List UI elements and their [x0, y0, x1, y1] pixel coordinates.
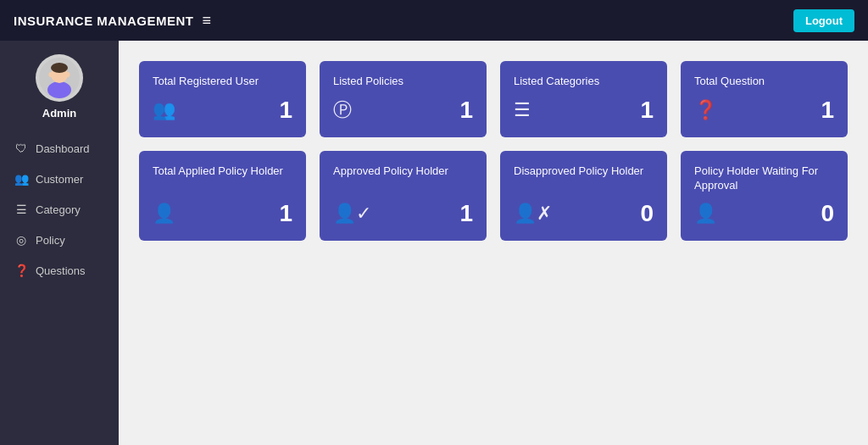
stat-card-icon-total-applied-policy-holder: 👤	[153, 203, 175, 225]
layout: Admin 🛡 Dashboard 👥 Customer ☰ Category …	[0, 41, 868, 445]
stat-card-policy-holder-waiting[interactable]: Policy Holder Waiting For Approval 👤 0	[681, 151, 848, 241]
stat-card-icon-total-registered-user: 👥	[153, 99, 175, 121]
avatar-wrapper: Admin	[36, 54, 83, 120]
sidebar-nav: 🛡 Dashboard 👥 Customer ☰ Category ◎ Poli…	[0, 133, 119, 286]
customer-icon: 👥	[14, 172, 29, 186]
questions-icon: ❓	[14, 264, 29, 277]
stats-row-2: Total Applied Policy Holder 👤 1 Approved…	[139, 151, 848, 241]
stat-card-disapproved-policy-holder[interactable]: Disapproved Policy Holder 👤✗ 0	[500, 151, 667, 241]
stat-card-icon-listed-policies: Ⓟ	[333, 97, 352, 123]
stat-card-icon-listed-categories: ☰	[514, 99, 531, 121]
sidebar-item-policy[interactable]: ◎ Policy	[0, 225, 119, 255]
stat-card-bottom-listed-policies: Ⓟ 1	[333, 97, 473, 124]
stat-card-total-question[interactable]: Total Question ❓ 1	[681, 61, 848, 137]
stat-card-listed-categories[interactable]: Listed Categories ☰ 1	[500, 61, 667, 137]
stat-card-total-applied-policy-holder[interactable]: Total Applied Policy Holder 👤 1	[139, 151, 306, 241]
admin-name: Admin	[42, 107, 76, 120]
stat-card-approved-policy-holder[interactable]: Approved Policy Holder 👤✓ 1	[320, 151, 487, 241]
stat-card-icon-total-question: ❓	[694, 99, 717, 121]
svg-point-4	[49, 72, 53, 77]
sidebar-item-dashboard[interactable]: 🛡 Dashboard	[0, 133, 119, 164]
stat-card-bottom-total-question: ❓ 1	[694, 97, 834, 124]
navbar: INSURANCE MANAGEMENT ≡ Logout	[0, 0, 868, 41]
stat-card-value-total-registered-user: 1	[279, 97, 292, 124]
sidebar-item-label-policy: Policy	[36, 234, 65, 247]
policy-icon: ◎	[14, 233, 29, 247]
stat-card-value-disapproved-policy-holder: 0	[640, 200, 654, 227]
sidebar-item-customer[interactable]: 👥 Customer	[0, 164, 119, 194]
stat-card-bottom-disapproved-policy-holder: 👤✗ 0	[514, 200, 654, 227]
stat-card-title-approved-policy-holder: Approved Policy Holder	[333, 164, 473, 179]
main-content: Total Registered User 👥 1 Listed Policie…	[119, 41, 868, 445]
stat-card-title-total-registered-user: Total Registered User	[153, 75, 292, 89]
stat-card-icon-disapproved-policy-holder: 👤✗	[514, 203, 552, 225]
logout-button[interactable]: Logout	[793, 9, 854, 32]
stat-card-title-total-question: Total Question	[694, 75, 834, 89]
stat-card-listed-policies[interactable]: Listed Policies Ⓟ 1	[320, 61, 487, 137]
stat-card-title-listed-categories: Listed Categories	[514, 75, 654, 89]
svg-point-3	[51, 63, 68, 73]
stat-card-title-listed-policies: Listed Policies	[333, 75, 473, 89]
dashboard-icon: 🛡	[14, 142, 29, 155]
sidebar-item-label-dashboard: Dashboard	[36, 142, 90, 155]
stat-card-title-policy-holder-waiting: Policy Holder Waiting For Approval	[694, 164, 834, 193]
stat-card-bottom-approved-policy-holder: 👤✓ 1	[333, 200, 473, 227]
svg-point-1	[47, 81, 71, 98]
sidebar-item-label-customer: Customer	[36, 173, 83, 186]
stat-card-value-total-applied-policy-holder: 1	[279, 200, 292, 227]
avatar	[36, 54, 83, 102]
stat-card-bottom-listed-categories: ☰ 1	[514, 97, 654, 124]
stat-card-value-listed-categories: 1	[640, 97, 654, 124]
app-title: INSURANCE MANAGEMENT	[14, 14, 194, 28]
stat-card-value-approved-policy-holder: 1	[459, 200, 473, 227]
stat-card-icon-approved-policy-holder: 👤✓	[333, 203, 371, 225]
sidebar-item-category[interactable]: ☰ Category	[0, 194, 119, 225]
stat-card-total-registered-user[interactable]: Total Registered User 👥 1	[139, 61, 306, 137]
hamburger-icon[interactable]: ≡	[203, 12, 212, 30]
category-icon: ☰	[14, 203, 29, 216]
stat-card-value-policy-holder-waiting: 0	[821, 200, 834, 227]
stat-card-icon-policy-holder-waiting: 👤	[694, 203, 717, 225]
sidebar-item-questions[interactable]: ❓ Questions	[0, 255, 119, 286]
stat-card-title-disapproved-policy-holder: Disapproved Policy Holder	[514, 164, 654, 179]
stat-card-bottom-total-applied-policy-holder: 👤 1	[153, 200, 292, 227]
stat-card-value-total-question: 1	[821, 97, 834, 124]
stats-row-1: Total Registered User 👥 1 Listed Policie…	[139, 61, 848, 137]
stat-card-bottom-total-registered-user: 👥 1	[153, 97, 292, 124]
sidebar-item-label-questions: Questions	[36, 264, 86, 277]
stat-card-bottom-policy-holder-waiting: 👤 0	[694, 200, 834, 227]
svg-point-5	[66, 72, 70, 77]
stat-card-title-total-applied-policy-holder: Total Applied Policy Holder	[153, 164, 292, 179]
sidebar: Admin 🛡 Dashboard 👥 Customer ☰ Category …	[0, 41, 119, 445]
sidebar-item-label-category: Category	[36, 203, 81, 216]
stat-card-value-listed-policies: 1	[459, 97, 473, 124]
navbar-left: INSURANCE MANAGEMENT ≡	[14, 12, 211, 30]
